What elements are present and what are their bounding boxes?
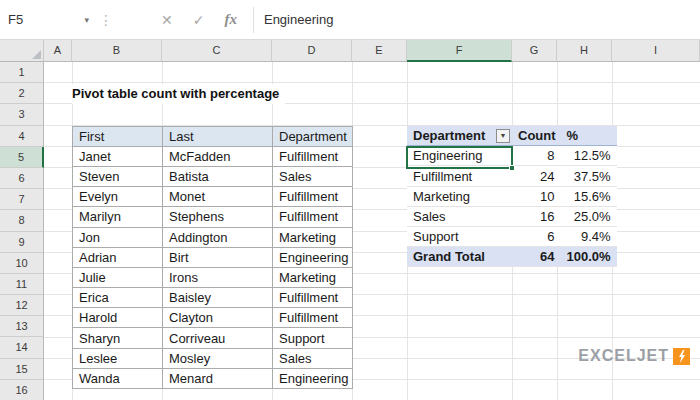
cell[interactable]: Support	[273, 328, 353, 348]
row-header-2[interactable]: 2	[0, 83, 44, 104]
cell[interactable]: Irons	[163, 267, 273, 287]
column-header-G[interactable]: G	[512, 40, 557, 62]
cell[interactable]: 10	[512, 186, 561, 206]
row-header-10[interactable]: 10	[0, 253, 44, 274]
cell[interactable]: Baisley	[163, 288, 273, 308]
pivot-row: Support 6 9.4%	[407, 227, 617, 247]
cell[interactable]: Fulfillment	[273, 207, 353, 227]
formula-buttons: ✕ ✓ fx	[161, 11, 237, 28]
row-header-6[interactable]: 6	[0, 168, 44, 189]
cell[interactable]: Sales	[273, 348, 353, 368]
name-box-dropdown-icon[interactable]: ▾	[84, 15, 89, 25]
cell[interactable]: 25.0%	[561, 206, 617, 226]
header-cell-first[interactable]: First	[73, 126, 163, 146]
cell[interactable]: McFadden	[163, 146, 273, 166]
cell[interactable]: Mosley	[163, 348, 273, 368]
cell[interactable]: Sales	[273, 166, 353, 186]
row-header-5[interactable]: 5	[0, 147, 44, 168]
grand-total-count[interactable]: 64	[512, 247, 561, 267]
cell[interactable]: Clayton	[163, 308, 273, 328]
cell[interactable]: Janet	[73, 146, 163, 166]
table-row: Harold Clayton Fulfillment	[73, 308, 353, 328]
cell[interactable]: Julie	[73, 267, 163, 287]
cell[interactable]: 8	[512, 146, 561, 166]
header-cell-last[interactable]: Last	[163, 126, 273, 146]
enter-icon[interactable]: ✓	[193, 12, 205, 28]
cell[interactable]: Sales	[407, 206, 512, 226]
cell[interactable]: Marketing	[407, 186, 512, 206]
cell[interactable]: Leslee	[73, 348, 163, 368]
cell[interactable]: Sharyn	[73, 328, 163, 348]
cell[interactable]: Erica	[73, 288, 163, 308]
cell[interactable]: Steven	[73, 166, 163, 186]
header-cell-department[interactable]: Department	[273, 126, 353, 146]
cell[interactable]: Adrian	[73, 247, 163, 267]
row-header-7[interactable]: 7	[0, 189, 44, 210]
grand-total-label[interactable]: Grand Total	[407, 247, 512, 267]
cell[interactable]: 6	[512, 227, 561, 247]
insert-function-icon[interactable]: fx	[224, 11, 237, 28]
cell[interactable]: 16	[512, 206, 561, 226]
row-header-9[interactable]: 9	[0, 232, 44, 253]
table-row: Julie Irons Marketing	[73, 267, 353, 287]
cell[interactable]: Fulfillment	[273, 308, 353, 328]
cell[interactable]: Harold	[73, 308, 163, 328]
name-box[interactable]: F5 ▾	[0, 7, 97, 33]
pivot-header-percent[interactable]: %	[561, 126, 617, 146]
row-header-15[interactable]: 15	[0, 359, 44, 380]
row-header-13[interactable]: 13	[0, 316, 44, 337]
cell[interactable]: 24	[512, 166, 561, 186]
cell[interactable]: Jon	[73, 227, 163, 247]
cell[interactable]: Stephens	[163, 207, 273, 227]
cell[interactable]: Menard	[163, 368, 273, 388]
cell[interactable]: Addington	[163, 227, 273, 247]
filter-dropdown-icon[interactable]: ▼	[496, 129, 510, 143]
cell[interactable]: Marilyn	[73, 207, 163, 227]
cell[interactable]: Engineering	[273, 247, 353, 267]
cell[interactable]: Fulfillment	[273, 288, 353, 308]
row-header-14[interactable]: 14	[0, 337, 44, 358]
column-header-A[interactable]: A	[44, 40, 72, 62]
cell[interactable]: Engineering	[273, 368, 353, 388]
row-header-12[interactable]: 12	[0, 295, 44, 316]
column-header-D[interactable]: D	[272, 40, 352, 62]
table-row: Erica Baisley Fulfillment	[73, 288, 353, 308]
cell[interactable]: Batista	[163, 166, 273, 186]
cell[interactable]: Evelyn	[73, 187, 163, 207]
fill-handle[interactable]	[509, 165, 515, 171]
column-header-F[interactable]: F	[407, 40, 512, 62]
table-header-row: First Last Department	[73, 126, 353, 146]
cell[interactable]: 12.5%	[561, 146, 617, 166]
row-header-8[interactable]: 8	[0, 210, 44, 231]
select-all-corner[interactable]	[0, 40, 44, 62]
row-header-1[interactable]: 1	[0, 62, 44, 83]
cell[interactable]: Marketing	[273, 227, 353, 247]
cell[interactable]: Fulfillment	[273, 187, 353, 207]
column-header-I[interactable]: I	[612, 40, 700, 62]
cell[interactable]: Birt	[163, 247, 273, 267]
cancel-icon[interactable]: ✕	[161, 12, 173, 28]
cell[interactable]: Marketing	[273, 267, 353, 287]
column-header-B[interactable]: B	[72, 40, 162, 62]
cell[interactable]: Wanda	[73, 368, 163, 388]
cell[interactable]: Corriveau	[163, 328, 273, 348]
formula-input[interactable]: Engineering	[264, 12, 700, 27]
column-header-E[interactable]: E	[352, 40, 407, 62]
column-header-H[interactable]: H	[557, 40, 612, 62]
grand-total-percent[interactable]: 100.0%	[561, 247, 617, 267]
row-header-4[interactable]: 4	[0, 126, 44, 147]
pivot-header-count[interactable]: Count	[512, 126, 561, 146]
cell[interactable]: 15.6%	[561, 186, 617, 206]
cell[interactable]: Fulfillment	[273, 146, 353, 166]
pivot-header-department[interactable]: Department ▼	[407, 126, 512, 146]
cell[interactable]: Support	[407, 227, 512, 247]
cell[interactable]: 9.4%	[561, 227, 617, 247]
row-header-3[interactable]: 3	[0, 104, 44, 125]
row-header-11[interactable]: 11	[0, 274, 44, 295]
cell[interactable]: Fulfillment	[407, 166, 512, 186]
cell[interactable]: 37.5%	[561, 166, 617, 186]
cell[interactable]: Monet	[163, 187, 273, 207]
page-title[interactable]: Pivot table count with percentage	[72, 84, 285, 105]
row-header-16[interactable]: 16	[0, 380, 44, 400]
column-header-C[interactable]: C	[162, 40, 272, 62]
